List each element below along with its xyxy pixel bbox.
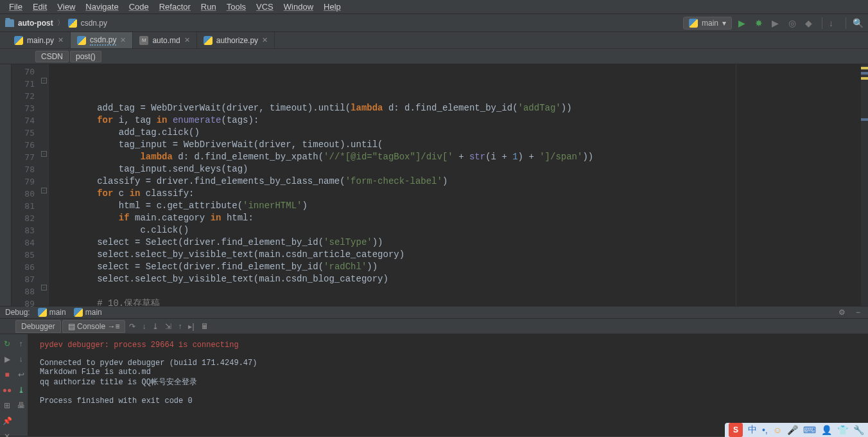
profile-button[interactable]: ◎ [788, 18, 799, 28]
menu-tools[interactable]: Tools [221, 1, 251, 13]
voice-icon[interactable]: 🎤 [787, 425, 798, 435]
chevron-down-icon: ▾ [722, 19, 726, 28]
debug-panel-tabs: Debugger ▤ Console →≡ ↷ ↓ ⤓ ⇲ ↑ ▸| 🖩 [0, 319, 868, 334]
tab-main-py[interactable]: main.py ✕ [8, 32, 71, 48]
resume-icon[interactable]: ▶ [4, 355, 10, 364]
coverage-button[interactable]: ▶ [772, 18, 782, 28]
fold-marker[interactable]: − [41, 151, 47, 157]
keyboard-icon[interactable]: ⌨ [803, 425, 816, 435]
line-numbers: 7071727374757677787980818283848586878889 [12, 64, 40, 306]
menu-code[interactable]: Code [124, 1, 154, 13]
menu-window[interactable]: Window [279, 1, 318, 13]
debug-button[interactable]: ✸ [755, 18, 765, 28]
run-button[interactable]: ▶ [738, 18, 749, 28]
right-margin-guide [736, 64, 736, 306]
menu-bar: File Edit View Navigate Code Refactor Ru… [0, 0, 868, 14]
step-into-my-icon[interactable]: ⤓ [150, 322, 161, 331]
fold-gutter[interactable]: − − − − [40, 64, 49, 306]
error-stripe[interactable] [860, 64, 868, 306]
tab-authorize-py[interactable]: authorize.py ✕ [197, 32, 275, 48]
python-file-icon [14, 36, 23, 45]
soft-wrap-icon[interactable]: ↩ [18, 370, 24, 379]
ime-lang-toggle[interactable]: 中 [748, 424, 757, 436]
code-area[interactable]: add_tag = WebDriverWait(driver, timeout)… [49, 64, 860, 306]
tab-debugger[interactable]: Debugger [15, 320, 61, 333]
close-icon[interactable]: ✕ [4, 432, 10, 437]
down-icon[interactable]: ↓ [19, 355, 23, 364]
menu-edit[interactable]: Edit [28, 1, 52, 13]
step-out-icon[interactable]: ↑ [175, 322, 184, 331]
fold-marker[interactable]: − [41, 78, 47, 84]
sogou-ime-icon[interactable]: S [729, 423, 743, 437]
editor-tabs: main.py ✕ csdn.py ✕ M auto.md ✕ authoriz… [0, 32, 868, 49]
search-everywhere-button[interactable]: 🔍 [853, 18, 863, 28]
minimize-icon[interactable]: − [853, 308, 863, 317]
close-icon[interactable]: ✕ [262, 36, 268, 44]
menu-view[interactable]: View [52, 1, 80, 13]
debug-toolbar: Debug: main main ⚙ − [0, 306, 868, 319]
run-config-selector[interactable]: main ▾ [683, 17, 732, 30]
rerun-icon[interactable]: ↻ [4, 339, 10, 348]
menu-vcs[interactable]: VCS [251, 1, 279, 13]
gear-icon[interactable]: ⚙ [836, 308, 848, 317]
scroll-end-icon[interactable]: ⤓ [18, 386, 24, 395]
python-file-icon [204, 36, 213, 45]
project-name[interactable]: auto-post [18, 19, 53, 28]
toolbox-icon[interactable]: 🔧 [853, 425, 864, 435]
layout-icon[interactable]: ⊞ [4, 401, 10, 410]
skin-icon[interactable]: 👕 [837, 425, 848, 435]
punctuation-icon[interactable]: •, [762, 425, 768, 435]
fold-marker[interactable]: − [41, 188, 47, 193]
menu-run[interactable]: Run [196, 1, 221, 13]
console-icon: ▤ [68, 322, 77, 331]
crumb-class[interactable]: CSDN [35, 51, 69, 62]
run-to-cursor-icon[interactable]: ▸| [186, 322, 196, 331]
person-icon[interactable]: 👤 [821, 425, 832, 435]
breakpoints-icon[interactable]: ●● [3, 386, 12, 395]
evaluate-icon[interactable]: 🖩 [198, 322, 211, 331]
menu-navigate[interactable]: Navigate [80, 1, 123, 13]
tab-csdn-py[interactable]: csdn.py ✕ [71, 32, 133, 48]
tab-auto-md[interactable]: M auto.md ✕ [133, 32, 196, 48]
menu-file[interactable]: File [4, 1, 28, 13]
force-step-icon[interactable]: ⇲ [162, 322, 174, 331]
close-icon[interactable]: ✕ [120, 36, 126, 44]
crumb-method[interactable]: post() [70, 51, 101, 62]
console-panel: ↻ ▶ ■ ●● ⊞ 📌 ✕ ↑ ↓ ↩ ⤓ 🖶 pydev debugger:… [0, 334, 868, 436]
editor: 7071727374757677787980818283848586878889… [0, 64, 868, 306]
debug-config-2[interactable]: main [74, 308, 102, 317]
python-icon [74, 308, 83, 317]
console-side-strip: ↑ ↓ ↩ ⤓ 🖶 [14, 334, 28, 436]
step-over-icon[interactable]: ↷ [126, 322, 138, 331]
python-file-icon [68, 19, 77, 28]
menu-refactor[interactable]: Refactor [154, 1, 196, 13]
up-icon[interactable]: ↑ [19, 339, 23, 348]
debug-label: Debug: [5, 308, 30, 317]
tab-console[interactable]: ▤ Console →≡ [62, 320, 126, 333]
python-icon [689, 19, 698, 28]
stop-icon[interactable]: ■ [4, 370, 9, 379]
project-tool-strip[interactable] [0, 64, 12, 306]
code-breadcrumb: CSDN post() [0, 49, 868, 64]
console-line: pydev debugger: process 29664 is connect… [40, 341, 856, 350]
console-line: Connected to pydev debugger (build 171.4… [40, 359, 856, 368]
emoji-icon[interactable]: ☺ [773, 425, 782, 435]
console-line: Markdown File is auto.md [40, 368, 856, 377]
python-file-icon [77, 36, 86, 45]
console-line: Process finished with exit code 0 [40, 397, 856, 406]
close-icon[interactable]: ✕ [58, 36, 64, 44]
update-project-button[interactable]: ↓ [829, 18, 839, 28]
step-into-icon[interactable]: ↓ [139, 322, 148, 331]
fold-marker[interactable]: − [41, 285, 47, 290]
print-icon[interactable]: 🖶 [17, 401, 25, 410]
debug-side-strip: ↻ ▶ ■ ●● ⊞ 📌 ✕ [0, 334, 14, 436]
console-line: qq authorize title is QQ帐号安全登录 [40, 377, 856, 388]
pin-icon[interactable]: 📌 [3, 416, 12, 425]
debug-config-1[interactable]: main [38, 308, 66, 317]
python-icon [38, 308, 47, 317]
concurrency-button[interactable]: ◆ [805, 18, 815, 28]
menu-help[interactable]: Help [318, 1, 346, 13]
console-output[interactable]: pydev debugger: process 29664 is connect… [28, 334, 868, 436]
current-file[interactable]: csdn.py [81, 19, 107, 28]
close-icon[interactable]: ✕ [184, 36, 190, 44]
